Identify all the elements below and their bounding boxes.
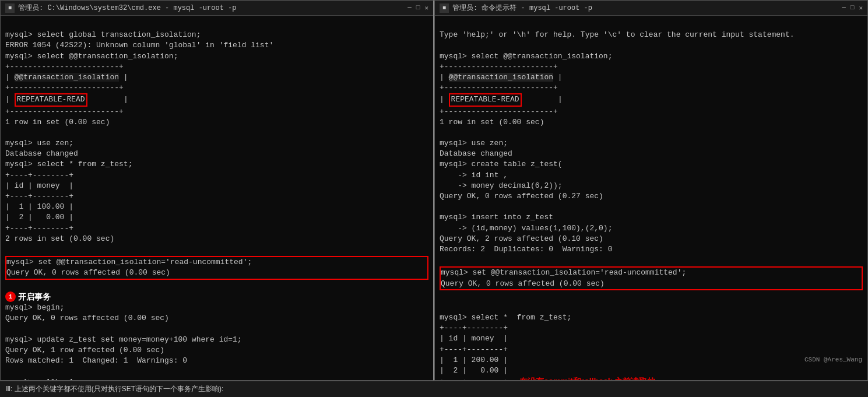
annotation-circle-1: 1 [5, 291, 16, 302]
line-7: Database changed [5, 149, 78, 158]
line-3: mysql> select @@transaction_isolation; [5, 52, 178, 61]
right-line-records: Records: 2 Duplicates: 0 Warnings: 0 [440, 245, 612, 254]
right-close-button[interactable]: ✕ [859, 4, 863, 12]
right-line-select-all: mysql> select * from z_test; [440, 313, 571, 322]
close-button[interactable]: ✕ [424, 4, 428, 12]
line-update-ok: Query OK, 1 row affected (0.00 sec) [5, 346, 164, 354]
right-table-data: +----+--------+ | id | money | +----+---… [440, 324, 508, 380]
right-line-create-ok: Query OK, 0 rows affected (0.27 sec) [440, 192, 603, 201]
line-1: mysql> select global transaction_isolati… [5, 30, 201, 39]
annotation-begin: 1开启事务 [5, 293, 51, 301]
left-window-controls[interactable]: ─ □ ✕ [407, 4, 428, 12]
line-rollbac1: mysql> rollbac1; [5, 378, 78, 380]
highlight-set-left: mysql> set @@transaction_isolation='read… [5, 256, 428, 279]
bottom-note: Ⅲ: 上述两个关键字都不使用(只对执行SET语句的下一个事务产生影响): [0, 381, 868, 397]
left-title-bar: ■ 管理员: C:\Windows\system32\cmd.exe - mys… [1, 1, 433, 16]
minimize-button[interactable]: ─ [407, 4, 412, 12]
line-2: ERROR 1054 (42S22): Unknown column 'glob… [5, 41, 273, 50]
right-window-title: 管理员: 命令提示符 - mysql -uroot -p [452, 3, 592, 13]
right-line-1row: 1 row in set (0.00 sec) [440, 118, 544, 127]
right-title-bar: ■ 管理员: 命令提示符 - mysql -uroot -p ─ □ ✕ [435, 1, 867, 16]
right-terminal-content: Type 'help;' or '\h' for help. Type '\c'… [435, 16, 867, 380]
table-data-left: +----+--------+ | id | money | +----+---… [5, 171, 73, 233]
line-5: 1 row in set (0.00 sec) [5, 118, 110, 127]
left-title-bar-left: ■ 管理员: C:\Windows\system32\cmd.exe - mys… [5, 3, 236, 13]
right-line-create2: -> id int , [440, 171, 508, 180]
right-minimize-button[interactable]: ─ [842, 4, 846, 12]
left-terminal-content: mysql> select global transaction_isolati… [1, 16, 433, 380]
line-begin: mysql> begin; [5, 303, 64, 312]
right-line-usedb: mysql> use zen; [440, 139, 508, 147]
right-line-insert: mysql> insert into z_test [440, 213, 553, 222]
bottom-note-text: Ⅲ: 上述两个关键字都不使用(只对执行SET语句的下一个事务产生影响): [6, 384, 223, 394]
line-update-rows: Rows matched: 1 Changed: 1 Warnings: 0 [5, 356, 187, 365]
right-highlight-set: mysql> set @@transaction_isolation='read… [440, 266, 863, 290]
right-line-dbchanged: Database changed [440, 149, 512, 158]
right-line-insert2: -> (id,money) values(1,100),(2,0); [440, 224, 612, 233]
table-isolation-left: +------------------------+ | @@transacti… [5, 62, 128, 116]
right-window-controls[interactable]: ─ □ ✕ [842, 4, 863, 12]
line-9: 2 rows in set (0.00 sec) [5, 234, 114, 243]
annotation-right-label: 在没有commit和rollback 之前读取的 [519, 377, 655, 380]
annotation-label-1: 开启事务 [18, 292, 51, 301]
right-line-help: Type 'help;' or '\h' for help. Type '\c'… [440, 30, 795, 39]
right-line-select-iso: mysql> select @@transaction_isolation; [440, 52, 612, 61]
line-update: mysql> update z_test set money=money+100… [5, 335, 242, 344]
table-isolation-right: +------------------------+ | @@transacti… [440, 62, 563, 116]
line-begin-ok: Query OK, 0 rows affected (0.00 sec) [5, 314, 169, 322]
line-6: mysql> use zen; [5, 139, 73, 147]
right-maximize-button[interactable]: □ [851, 4, 855, 12]
maximize-button[interactable]: □ [416, 4, 420, 12]
right-line-create: mysql> create table z_test( [440, 160, 563, 168]
line-8: mysql> select * from z_test; [5, 160, 132, 168]
right-line-create3: -> money decimal(6,2)); [440, 181, 563, 190]
right-terminal: ■ 管理员: 命令提示符 - mysql -uroot -p ─ □ ✕ Typ… [434, 0, 868, 381]
right-window-icon: ■ [440, 3, 449, 13]
right-title-bar-left: ■ 管理员: 命令提示符 - mysql -uroot -p [440, 3, 592, 13]
right-line-insert-ok: Query OK, 2 rows affected (0.10 sec) [440, 234, 603, 243]
left-window-title: 管理员: C:\Windows\system32\cmd.exe - mysql… [18, 3, 236, 13]
left-terminal: ■ 管理员: C:\Windows\system32\cmd.exe - mys… [0, 0, 434, 381]
left-window-icon: ■ [5, 3, 15, 13]
csdn-label: CSDN @Ares_Wang [804, 356, 862, 363]
